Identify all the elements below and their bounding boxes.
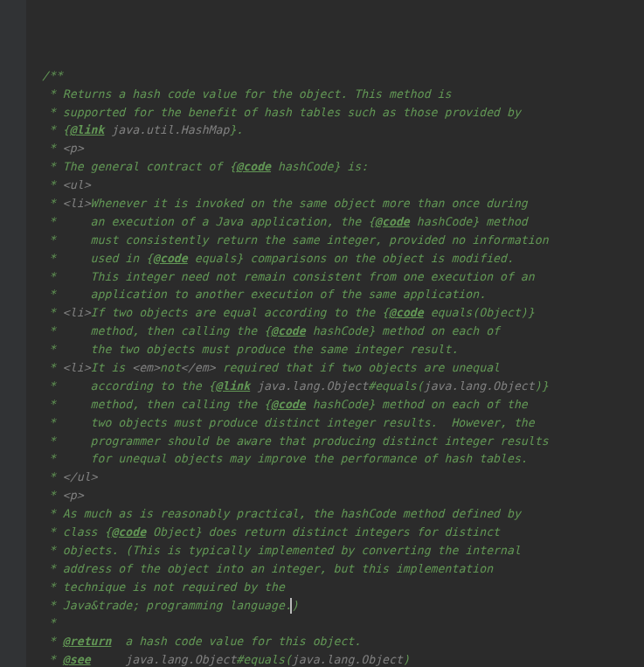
code-line: * an execution of a Java application, th… [42, 213, 644, 232]
code-line: * for unequal objects may improve the pe… [42, 450, 644, 469]
code-line: * <p> [42, 140, 644, 158]
code-line: * Java&trade; programming language.) [42, 597, 644, 615]
code-line: * [42, 615, 644, 633]
code-line: * programmer should be aware that produc… [42, 433, 644, 451]
code-line: * supported for the benefit of hash tabl… [42, 104, 644, 122]
text-caret [290, 598, 292, 614]
code-line: * <p> [42, 487, 644, 505]
code-line: * method, then calling the {@code hashCo… [42, 396, 644, 414]
code-line: * Returns a hash code value for the obje… [42, 86, 644, 104]
code-line: * class {@code Object} does return disti… [42, 524, 644, 542]
code-line: * <li>It is <em>not</em> required that i… [42, 359, 644, 378]
code-line: * objects. (This is typically implemente… [42, 542, 644, 560]
code-line: * The general contract of {@code hashCod… [42, 158, 644, 177]
code-line: * used in {@code equals} comparisons on … [42, 250, 644, 268]
code-line: * @see java.lang.Object#equals(java.lang… [42, 651, 644, 667]
code-line: * two objects must produce distinct inte… [42, 414, 644, 433]
code-line: * As much as is reasonably practical, th… [42, 505, 644, 524]
code-area[interactable]: /** * Returns a hash code value for the … [42, 67, 644, 667]
code-editor[interactable]: /** * Returns a hash code value for the … [0, 0, 644, 667]
code-line: * must consistently return the same inte… [42, 232, 644, 250]
code-line: * address of the object into an integer,… [42, 560, 644, 579]
code-line: * application to another execution of th… [42, 286, 644, 304]
code-line: * <ul> [42, 177, 644, 195]
code-line: * </ul> [42, 469, 644, 487]
code-line: * according to the {@link java.lang.Obje… [42, 378, 644, 396]
code-line: * This integer need not remain consisten… [42, 268, 644, 287]
code-line: * <li>If two objects are equal according… [42, 304, 644, 323]
code-line: * method, then calling the {@code hashCo… [42, 323, 644, 341]
code-line: * the two objects must produce the same … [42, 341, 644, 359]
code-line: /** [42, 67, 644, 86]
gutter [0, 0, 26, 667]
code-line: * {@link java.util.HashMap}. [42, 122, 644, 140]
code-line: * <li>Whenever it is invoked on the same… [42, 195, 644, 213]
code-line: * @return a hash code value for this obj… [42, 633, 644, 651]
code-line: * technique is not required by the [42, 579, 644, 597]
